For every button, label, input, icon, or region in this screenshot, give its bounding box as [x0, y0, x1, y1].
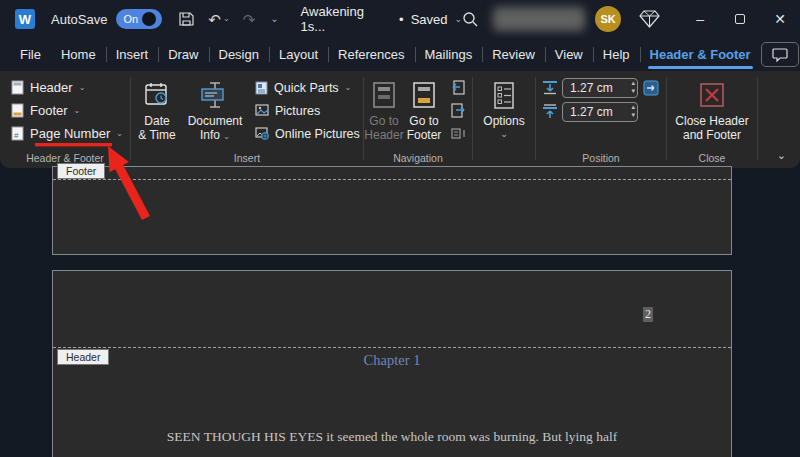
- word-logo-icon: W: [15, 9, 35, 29]
- quick-access-toolbar: ↶ ⌄ ↷ ⌄: [178, 11, 278, 27]
- pictures-button[interactable]: Pictures: [251, 99, 360, 122]
- tab-home[interactable]: Home: [51, 38, 106, 71]
- header-from-top-input[interactable]: [562, 78, 638, 98]
- customize-toolbar-button[interactable]: ⌄: [268, 14, 278, 24]
- next-section-icon: [451, 103, 465, 118]
- header-boundary-line: [53, 347, 731, 348]
- close-header-footer-icon: [698, 76, 726, 114]
- document-title-text: Awakening 1s...: [301, 4, 393, 34]
- go-to-footer-label-line2: Footer: [407, 128, 442, 142]
- maximize-icon: [735, 14, 745, 24]
- calendar-clock-icon: [143, 76, 171, 114]
- tab-header-footer[interactable]: Header & Footer: [640, 38, 761, 71]
- tab-view[interactable]: View: [545, 38, 593, 71]
- page-number-button-label: Page Number: [30, 126, 110, 141]
- close-header-footer-button[interactable]: Close Header and Footer: [670, 76, 754, 142]
- undo-icon: ↶: [208, 12, 221, 27]
- options-button[interactable]: Options ⌄: [476, 76, 532, 139]
- quick-parts-button[interactable]: Quick Parts ⌄: [251, 76, 360, 99]
- body-text[interactable]: SEEN THOUGH HIS EYES it seemed the whole…: [53, 429, 731, 445]
- group-close: Close Header and Footer Close: [667, 71, 757, 168]
- search-icon[interactable]: [462, 11, 479, 28]
- go-to-footer-button[interactable]: Go to Footer: [404, 76, 444, 145]
- premium-gem-icon[interactable]: [639, 10, 660, 28]
- tab-review[interactable]: Review: [482, 38, 545, 71]
- previous-section-icon: [451, 80, 465, 95]
- tab-insert[interactable]: Insert: [106, 38, 159, 71]
- online-pictures-icon: [255, 127, 269, 140]
- autosave-toggle[interactable]: On: [116, 9, 162, 29]
- date-time-button[interactable]: Date & Time: [131, 76, 183, 145]
- document-info-button[interactable]: Document Info ⌄: [183, 76, 247, 145]
- footer-area-tag: Footer: [57, 163, 105, 179]
- online-pictures-button[interactable]: Online Pictures: [251, 122, 360, 145]
- page-2: 2 Header Chapter 1 SEEN THOUGH HIS EYES …: [52, 270, 732, 457]
- chevron-down-icon: ⌄: [223, 15, 230, 23]
- title-bar: W AutoSave On ↶ ⌄ ↷ ⌄ Awakening 1s... • …: [0, 0, 800, 38]
- header-area-tag: Header: [57, 349, 109, 365]
- insert-alignment-tab-button[interactable]: [642, 79, 660, 97]
- footer-boundary-line: [53, 179, 731, 180]
- toggle-knob: [142, 12, 156, 26]
- online-pictures-label: Online Pictures: [275, 127, 360, 141]
- tab-file[interactable]: File: [10, 38, 51, 71]
- tab-references[interactable]: References: [328, 38, 414, 71]
- chevron-down-icon: ⌄: [345, 83, 352, 92]
- quick-parts-icon: [255, 81, 268, 95]
- undo-button[interactable]: ↶ ⌄: [208, 12, 229, 27]
- word-window: W AutoSave On ↶ ⌄ ↷ ⌄ Awakening 1s... • …: [0, 0, 800, 457]
- document-title[interactable]: Awakening 1s... • Saved ⌄: [301, 4, 462, 34]
- page-number-button[interactable]: # Page Number ⌄: [0, 122, 130, 145]
- chapter-heading[interactable]: Chapter 1: [53, 352, 731, 369]
- footer-button[interactable]: Footer ⌄: [0, 99, 130, 122]
- footer-from-bottom-input[interactable]: [562, 102, 638, 122]
- collapse-ribbon-button[interactable]: ⌄: [777, 149, 786, 162]
- next-section-button[interactable]: [448, 99, 468, 122]
- autosave-label: AutoSave: [51, 12, 107, 27]
- chevron-down-icon: ⌄: [74, 106, 81, 115]
- chevron-down-icon: ⌄: [79, 83, 86, 92]
- go-to-footer-label-line1: Go to: [409, 114, 438, 128]
- tab-help[interactable]: Help: [593, 38, 640, 71]
- maximize-button[interactable]: [720, 0, 760, 38]
- save-status: Saved: [411, 12, 448, 27]
- chevron-down-icon: ⌄: [116, 129, 123, 138]
- minimize-button[interactable]: –: [680, 0, 720, 38]
- header-button[interactable]: Header ⌄: [0, 76, 130, 99]
- header-from-top-icon: [542, 80, 558, 96]
- options-icon: [493, 76, 515, 114]
- save-icon[interactable]: [178, 11, 195, 27]
- spinner-control[interactable]: ▴▾: [631, 103, 635, 119]
- previous-section-button[interactable]: [448, 76, 468, 99]
- go-to-footer-icon: [412, 76, 436, 114]
- group-options: Options ⌄: [473, 71, 535, 168]
- spinner-control[interactable]: ▴▾: [631, 79, 635, 95]
- spinner-up-icon: ▴: [631, 103, 635, 111]
- ribbon: Header ⌄ Footer ⌄ # Page Number ⌄ Header…: [0, 71, 800, 168]
- link-to-previous-icon: [451, 127, 465, 140]
- avatar[interactable]: SK: [595, 6, 621, 32]
- spinner-up-icon: ▴: [631, 79, 635, 87]
- redo-button[interactable]: ↷: [243, 12, 256, 27]
- group-divider: [757, 77, 758, 160]
- alignment-tab-icon: [643, 80, 659, 96]
- tab-design[interactable]: Design: [209, 38, 269, 71]
- tab-mailings[interactable]: Mailings: [415, 38, 483, 71]
- document-info-icon: [198, 76, 232, 114]
- redo-icon: ↷: [243, 12, 256, 27]
- spinner-down-icon: ▾: [631, 87, 635, 95]
- tab-draw[interactable]: Draw: [158, 38, 208, 71]
- tab-layout[interactable]: Layout: [269, 38, 328, 71]
- ribbon-tab-row: File Home Insert Draw Design Layout Refe…: [0, 38, 800, 71]
- date-time-label-line2: & Time: [138, 128, 175, 142]
- chevron-down-icon: ⌄: [270, 14, 278, 24]
- go-to-header-icon: [372, 76, 396, 114]
- title-separator: •: [399, 12, 404, 27]
- group-insert: Date & Time Document Info ⌄ Quick Parts …: [131, 71, 363, 168]
- comments-button[interactable]: [761, 42, 799, 67]
- page-number-field[interactable]: 2: [643, 307, 653, 322]
- group-position: ▴▾ ▴▾ Position: [536, 71, 666, 168]
- footer-from-bottom-icon: [542, 104, 558, 120]
- close-window-button[interactable]: ✕: [760, 0, 800, 38]
- link-to-previous-button[interactable]: [448, 122, 468, 145]
